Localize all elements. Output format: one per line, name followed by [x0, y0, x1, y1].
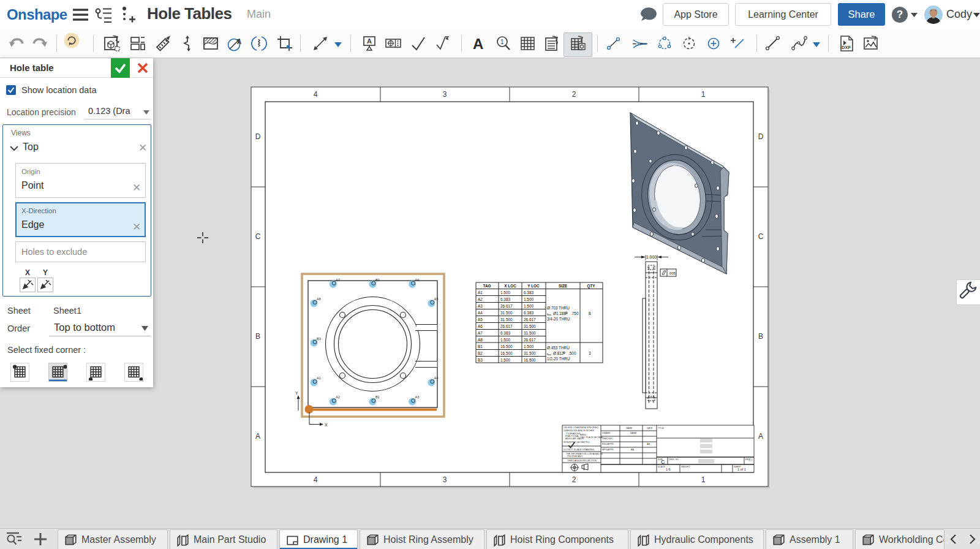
svg-text:UNLESS OTHERWISE SPECIFIED:: UNLESS OTHERWISE SPECIFIED:	[564, 426, 599, 429]
svg-text:31.500: 31.500	[524, 351, 536, 355]
svg-text:C: C	[661, 459, 665, 465]
svg-text:1.000: 1.000	[646, 255, 657, 259]
svg-text:8: 8	[589, 311, 591, 316]
svg-text:A8: A8	[317, 297, 321, 301]
svg-text:.500: .500	[568, 351, 576, 355]
svg-text:DATE: DATE	[647, 427, 653, 430]
svg-text:A6: A6	[478, 324, 483, 328]
svg-text:.750: .750	[571, 311, 579, 316]
svg-text:Ø1.188: Ø1.188	[553, 311, 566, 316]
svg-text:Ø.812: Ø.812	[553, 351, 564, 355]
svg-text:1.500: 1.500	[524, 304, 533, 308]
svg-text:26.617: 26.617	[524, 338, 536, 342]
svg-text:AA: AA	[647, 443, 650, 445]
svg-text:REV: REV	[745, 458, 750, 461]
svg-text:D: D	[758, 132, 764, 141]
svg-text:1: 1	[701, 90, 706, 99]
svg-text:16.500: 16.500	[524, 358, 536, 362]
svg-text:1.500: 1.500	[500, 290, 510, 295]
svg-text:A1: A1	[478, 290, 483, 295]
svg-text:AA: AA	[631, 449, 634, 451]
svg-text:B3: B3	[317, 337, 321, 341]
svg-text:INTERPRET GEOMETRIC: INTERPRET GEOMETRIC	[564, 441, 590, 444]
svg-text:16.500: 16.500	[500, 351, 513, 355]
svg-text:A7: A7	[478, 331, 483, 335]
svg-text:THIRD ANGLE PROJECTION: THIRD ANGLE PROJECTION	[567, 460, 597, 462]
svg-text:6.383: 6.383	[524, 311, 533, 315]
svg-text:A: A	[473, 36, 483, 51]
svg-text:A2: A2	[478, 297, 483, 301]
svg-text:Y LOC: Y LOC	[527, 284, 540, 288]
svg-text:TITLE:: TITLE:	[658, 427, 665, 430]
svg-text:B1: B1	[478, 344, 483, 349]
svg-text:6.383: 6.383	[500, 297, 510, 301]
svg-text:A3: A3	[415, 395, 420, 399]
svg-text:PROPRIETARY: PROPRIETARY	[567, 455, 583, 458]
svg-text:TAG: TAG	[483, 284, 491, 288]
svg-text:3: 3	[443, 90, 447, 99]
svg-text:NAME: NAME	[626, 427, 633, 430]
svg-text:A1: A1	[317, 376, 321, 380]
svg-text:DRAWN: DRAWN	[602, 432, 611, 434]
svg-text:1/2-20 THRU: 1/2-20 THRU	[547, 357, 570, 361]
svg-text:A7: A7	[336, 278, 340, 282]
svg-text:TWO PLACE DECIMAL: TWO PLACE DECIMAL	[580, 436, 603, 439]
svg-text:26.617: 26.617	[500, 324, 513, 328]
svg-text:31.500: 31.500	[524, 331, 536, 335]
svg-text:WEIGHT:: WEIGHT:	[681, 466, 690, 468]
svg-text:A: A	[255, 432, 260, 441]
svg-text:31.500: 31.500	[500, 317, 513, 322]
svg-text:C: C	[758, 232, 764, 241]
svg-text:1: 1	[500, 39, 504, 45]
svg-text:6.383: 6.383	[524, 290, 533, 295]
svg-text:4: 4	[314, 475, 318, 484]
svg-text:2: 2	[572, 475, 576, 484]
svg-text:B3: B3	[478, 358, 483, 362]
svg-text:26.617: 26.617	[500, 304, 513, 308]
svg-text:D: D	[255, 132, 261, 141]
svg-text:B1: B1	[375, 395, 380, 399]
svg-text:DIMENSIONS ARE IN INCHES: DIMENSIONS ARE IN INCHES	[564, 430, 595, 432]
svg-text:2: 2	[572, 90, 576, 99]
svg-text:SIZE: SIZE	[559, 284, 568, 288]
svg-text:3: 3	[443, 475, 447, 484]
svg-text:MFG APPR.: MFG APPR.	[602, 449, 614, 451]
svg-text:31.500: 31.500	[500, 311, 513, 315]
svg-text:SCALE: SCALE	[658, 466, 665, 468]
svg-text:X LOC: X LOC	[504, 284, 516, 288]
svg-text:16.500: 16.500	[500, 344, 513, 349]
svg-text:3/4-20 THRU: 3/4-20 THRU	[547, 317, 570, 321]
svg-text:1.500: 1.500	[524, 297, 533, 301]
svg-text:3: 3	[589, 351, 591, 355]
svg-text:A6: A6	[415, 278, 420, 282]
svg-text:1.500: 1.500	[500, 338, 510, 342]
svg-text:B2: B2	[375, 278, 380, 282]
svg-text:1:6: 1:6	[666, 468, 671, 471]
svg-text:QTY: QTY	[587, 284, 595, 289]
svg-text:1.500: 1.500	[500, 358, 510, 362]
svg-text:A5: A5	[434, 297, 439, 301]
svg-text:Ø.453 THRU: Ø.453 THRU	[547, 346, 570, 350]
svg-text:CHECKED: CHECKED	[602, 437, 613, 440]
svg-text:A4: A4	[434, 376, 439, 380]
svg-text:1 of 1: 1 of 1	[737, 468, 746, 471]
svg-text:A4: A4	[478, 311, 483, 315]
svg-text:1.500: 1.500	[524, 344, 533, 349]
svg-text:Y: Y	[295, 391, 298, 395]
svg-text:ENG APPR.: ENG APPR.	[602, 443, 614, 445]
svg-text:DXF: DXF	[842, 45, 851, 50]
svg-text:X: X	[325, 423, 328, 427]
svg-text:6.383: 6.383	[500, 331, 510, 335]
svg-text:A: A	[237, 39, 241, 45]
svg-text:A: A	[758, 432, 763, 441]
svg-text:26.617: 26.617	[524, 317, 536, 322]
svg-text:A: A	[367, 37, 372, 45]
svg-text:A3: A3	[478, 304, 483, 308]
svg-text:A5: A5	[478, 317, 483, 322]
svg-text:Ø.703 THRU: Ø.703 THRU	[547, 306, 570, 310]
svg-text:31.500: 31.500	[524, 324, 536, 328]
svg-text:DWG. NO.: DWG. NO.	[669, 458, 679, 461]
svg-text:A2: A2	[336, 395, 340, 399]
svg-text:A8: A8	[478, 338, 483, 342]
svg-text:1: 1	[701, 475, 706, 484]
